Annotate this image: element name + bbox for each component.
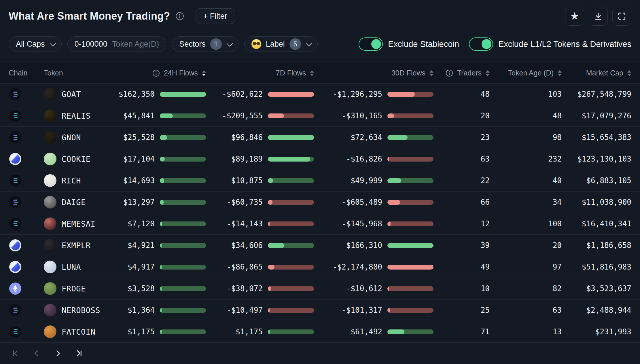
token-name: EXMPLR <box>62 241 91 250</box>
column-header-token-age[interactable]: Token Age (D) <box>490 69 562 77</box>
market-cap-filter[interactable]: All Caps <box>9 36 62 52</box>
column-header-24h-flows[interactable]: 24H Flows <box>118 69 206 77</box>
flow-7d-bar <box>268 178 314 183</box>
download-icon <box>594 12 603 21</box>
flow-24h-value: $13,297 <box>118 198 155 206</box>
filter-button-label: + Filter <box>203 12 227 21</box>
token-age-value: 100 <box>490 219 562 228</box>
table-row[interactable]: EXMPLR $4,921 $34,606 $166,310 39 20 $1,… <box>0 235 640 256</box>
flow-7d-value: $1,175 <box>206 327 263 336</box>
market-cap-value: $51,816,983 <box>562 263 631 271</box>
token-name: RICH <box>62 176 81 185</box>
table-row[interactable]: FROGE $3,528 -$38,072 -$10,612 10 82 $3,… <box>0 278 640 299</box>
flow-30d-value: $166,310 <box>314 241 382 250</box>
nerd-emoji-icon <box>251 39 261 49</box>
table-row[interactable]: REALIS $45,841 -$209,555 -$310,165 20 48… <box>0 105 640 127</box>
next-page-button[interactable] <box>54 349 62 358</box>
table-row[interactable]: COOKIE $17,104 $89,189 -$16,826 63 232 $… <box>0 148 640 170</box>
sort-arrows-icon <box>486 70 490 76</box>
column-header-market-cap[interactable]: Market Cap <box>562 69 631 77</box>
token-age-value: 82 <box>490 284 562 293</box>
sectors-filter[interactable]: Sectors 1 <box>172 36 238 52</box>
flow-7d-bar <box>268 308 314 313</box>
market-cap-value: $2,488,944 <box>562 306 631 314</box>
table-row[interactable]: LUNA $4,917 -$86,865 -$2,174,880 49 97 $… <box>0 256 640 278</box>
fullscreen-icon <box>617 12 626 21</box>
exclude-stablecoin-toggle[interactable]: Exclude Stablecoin <box>359 37 459 51</box>
token-avatar <box>44 174 56 187</box>
exclude-l1l2-toggle[interactable]: Exclude L1/L2 Tokens & Derivatives <box>469 37 631 51</box>
table-row[interactable]: MEMESAI $7,120 -$14,143 -$145,968 12 100… <box>0 213 640 235</box>
last-page-button[interactable] <box>75 349 84 358</box>
flow-30d-value: -$145,968 <box>314 219 382 228</box>
toggle-switch[interactable] <box>359 37 383 51</box>
table-row[interactable]: NEROBOSS $1,364 -$10,497 -$101,317 25 63… <box>0 299 640 321</box>
flow-30d-value: -$16,826 <box>314 155 382 163</box>
chain-icon <box>9 304 21 316</box>
token-name: REALIS <box>62 111 91 120</box>
token-name: FROGE <box>62 284 86 293</box>
filter-button[interactable]: + Filter <box>196 8 235 24</box>
market-cap-value: $3,523,637 <box>562 284 631 293</box>
flow-24h-value: $14,693 <box>118 176 155 185</box>
flow-24h-bar <box>160 92 206 97</box>
traders-count: 63 <box>433 155 490 163</box>
market-cap-value: $1,186,658 <box>562 241 631 250</box>
chain-icon <box>9 261 21 273</box>
flow-7d-bar <box>268 329 314 334</box>
flow-7d-value: $96,846 <box>206 133 263 142</box>
table-row[interactable]: GNON $25,528 $96,846 $72,634 23 98 $15,6… <box>0 127 640 148</box>
flow-30d-value: $61,492 <box>314 327 382 336</box>
market-cap-value: $267,548,799 <box>562 90 631 98</box>
token-avatar <box>44 153 56 165</box>
token-age-value: 103 <box>490 90 562 98</box>
token-avatar <box>44 304 56 316</box>
favorite-star-button[interactable]: ★ <box>565 7 584 26</box>
chain-icon <box>9 283 21 295</box>
table-row[interactable]: RICH $14,693 $10,875 $49,999 22 40 $6,88… <box>0 170 640 192</box>
first-page-button[interactable] <box>11 349 20 358</box>
market-cap-value: $11,038,900 <box>562 198 631 206</box>
flow-24h-bar <box>160 265 206 270</box>
flow-24h-value: $25,528 <box>118 133 155 142</box>
filter-bar: All Caps 0-100000 Token Age(D) Sectors 1… <box>0 32 640 56</box>
label-filter[interactable]: Label 5 <box>244 36 318 52</box>
column-header-traders[interactable]: Traders <box>433 69 490 77</box>
sectors-filter-label: Sectors <box>179 40 206 49</box>
toggle-switch[interactable] <box>469 37 493 51</box>
title-info-icon[interactable] <box>175 12 184 20</box>
flow-7d-value: -$10,497 <box>206 306 263 314</box>
column-header-7d-flows[interactable]: 7D Flows <box>206 69 314 77</box>
token-avatar <box>44 282 56 295</box>
column-header-30d-flows[interactable]: 30D Flows <box>314 69 433 77</box>
flow-24h-bar <box>160 157 206 162</box>
chevron-down-icon <box>227 40 233 46</box>
label-filter-label: Label <box>266 40 285 49</box>
last-page-icon <box>75 349 84 358</box>
flow-7d-value: $89,189 <box>206 155 263 163</box>
flow-30d-bar <box>387 329 433 334</box>
token-age-filter[interactable]: 0-100000 Token Age(D) <box>67 36 166 52</box>
table-row[interactable]: FATCOIN $1,175 $1,175 $61,492 71 13 $231… <box>0 321 640 343</box>
token-avatar <box>44 88 56 101</box>
token-avatar <box>44 325 56 338</box>
toggle-knob <box>482 39 491 49</box>
flow-30d-bar <box>387 200 433 205</box>
token-age-value: 48 <box>490 111 562 120</box>
market-cap-value: $17,079,276 <box>562 111 631 120</box>
flow-24h-value: $1,175 <box>118 327 155 336</box>
download-button[interactable] <box>589 7 608 26</box>
chain-icon <box>9 88 21 100</box>
previous-page-button[interactable] <box>32 349 41 358</box>
flow-24h-value: $1,364 <box>118 306 155 314</box>
market-cap-value: $231,993 <box>562 327 631 336</box>
flow-30d-bar <box>387 113 433 118</box>
flow-7d-bar <box>268 221 314 226</box>
table-row[interactable]: GOAT $162,350 -$602,622 -$1,296,295 48 1… <box>0 84 640 105</box>
flow-7d-value: -$602,622 <box>206 90 263 98</box>
info-icon <box>446 69 453 77</box>
chain-icon <box>9 175 21 187</box>
table-row[interactable]: DAIGE $13,297 -$60,735 -$605,489 66 34 $… <box>0 192 640 213</box>
fullscreen-button[interactable] <box>612 7 631 26</box>
chain-icon <box>9 110 21 122</box>
